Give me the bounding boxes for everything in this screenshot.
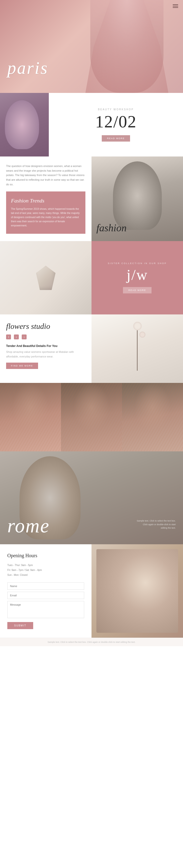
jw-read-more-button[interactable]: READ MORE <box>123 287 151 293</box>
message-input[interactable] <box>7 601 84 618</box>
fashion-left: The question of how designers envision w… <box>0 156 92 241</box>
rome-title: rome <box>7 515 49 537</box>
portrait-item-1 <box>0 383 61 452</box>
instagram-icon[interactable]: i <box>22 335 27 339</box>
jw-label: SISTER COLLECTION IN OUR SHOP <box>108 262 167 265</box>
flower-bloom-2 <box>139 332 145 338</box>
opening-hours-section: Opening Hours Tues - Thur: 9am - 5pm Fri… <box>0 544 183 638</box>
flowers-subtitle: Tender And Beautiful Details For You <box>6 344 85 348</box>
opening-left: Opening Hours Tues - Thur: 9am - 5pm Fri… <box>0 544 92 638</box>
flower-bloom-1 <box>133 322 142 330</box>
fashion-description: The question of how designers envision w… <box>6 164 85 187</box>
flowers-photo <box>92 314 183 383</box>
hours-row-3: Sun - Mon: Closed <box>7 572 84 578</box>
opening-hours-list: Tues - Thur: 9am - 5pm Fri: 9am - 7pm / … <box>7 563 84 578</box>
name-input[interactable] <box>7 582 84 590</box>
hero-section: paris <box>0 0 183 93</box>
hero-title: paris <box>7 58 48 78</box>
opening-title: Opening Hours <box>7 553 84 558</box>
facebook-icon[interactable]: f <box>6 335 11 339</box>
jewelry-photo <box>0 241 92 314</box>
fashion-grid-section: The question of how designers envision w… <box>0 156 183 241</box>
rome-section: rome Sample text. Click to select the te… <box>0 452 183 544</box>
portrait-item-3 <box>122 383 183 452</box>
social-icons: f t i <box>6 335 85 339</box>
beauty-date: 12/02 <box>95 113 136 130</box>
hamburger-line <box>173 7 178 8</box>
portrait-shadows-1 <box>0 383 61 452</box>
jewelry-section: SISTER COLLECTION IN OUR SHOP j/w READ M… <box>0 241 183 314</box>
portrait-item-2 <box>61 383 122 452</box>
beauty-photo <box>0 93 49 156</box>
fashion-trends-text: The Spring/Summer 2019 shows, which happ… <box>11 207 80 228</box>
shop-button[interactable]: FIND ME MORE <box>6 363 38 369</box>
jw-title: j/w <box>126 267 148 282</box>
rome-sample-text: Sample text. Click to select the text bo… <box>137 519 176 530</box>
hours-row-1: Tues - Thur: 9am - 5pm <box>7 563 84 568</box>
hours-row-2: Fri: 9am - 7pm / Sat: 9am - 4pm <box>7 568 84 572</box>
fashion-trends-title: Fashion Trends <box>11 197 80 204</box>
fashion-trends-box: Fashion Trends The Spring/Summer 2019 sh… <box>6 191 85 234</box>
flowers-title: flowers studio <box>6 322 85 331</box>
jw-box: SISTER COLLECTION IN OUR SHOP j/w READ M… <box>92 241 183 314</box>
hamburger-line <box>173 4 178 5</box>
flower-stem <box>137 327 138 371</box>
flowers-section: flowers studio f t i Tender And Beautifu… <box>0 314 183 383</box>
beauty-right: BEAUTY WORKSHOP 12/02 READ MORE <box>49 93 183 156</box>
beauty-workshop-section: BEAUTY WORKSHOP 12/02 READ MORE <box>0 93 183 156</box>
flowers-left: flowers studio f t i Tender And Beautifu… <box>0 314 92 383</box>
email-input[interactable] <box>7 592 84 599</box>
portrait-shadows-3 <box>122 383 183 452</box>
jewelry-gem <box>36 266 56 290</box>
submit-button[interactable]: SUBMIT <box>7 622 33 629</box>
portrait-shadows-2 <box>61 383 122 452</box>
fashion-right: fashion <box>92 156 183 241</box>
hamburger-menu[interactable] <box>173 4 178 8</box>
beauty-label: BEAUTY WORKSHOP <box>98 108 134 111</box>
footer-sample-text: Sample text. Click to select the text bo… <box>0 638 183 646</box>
hamburger-line <box>173 6 178 6</box>
beauty-read-more-button[interactable]: READ MORE <box>102 135 130 142</box>
twitter-icon[interactable]: t <box>14 335 19 339</box>
flowers-description: Shop amazing value womens sportswear at … <box>6 350 85 359</box>
opening-photo <box>92 544 183 638</box>
portrait-trio-section <box>0 383 183 452</box>
fashion-word: fashion <box>97 222 126 234</box>
